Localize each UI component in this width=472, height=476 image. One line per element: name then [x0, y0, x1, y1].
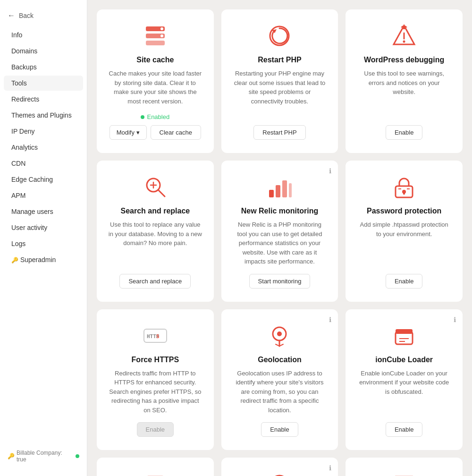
sidebar-item-themes-plugins[interactable]: Themes and Plugins — [4, 108, 83, 123]
card-force-https: HTTP S Force HTTPS Redirects traffic fro… — [97, 309, 214, 450]
cookie-icon — [266, 471, 293, 476]
svg-point-8 — [403, 41, 405, 43]
search-replace-icon — [142, 174, 169, 200]
back-button[interactable]: ← Back — [0, 8, 87, 27]
card-set-cookie: ℹ Remove Set-Cookie headers Use this too… — [221, 458, 338, 476]
sidebar-item-label: Analytics — [11, 144, 38, 151]
card-title: Search and replace — [120, 207, 190, 215]
svg-rect-15 — [276, 185, 280, 197]
svg-rect-17 — [289, 183, 292, 197]
info-icon[interactable]: ℹ — [329, 464, 331, 472]
info-icon[interactable]: ℹ — [454, 316, 456, 323]
preview-icon — [391, 471, 417, 476]
card-desc: Redirects traffic from HTTP to HTTPS for… — [108, 369, 202, 415]
sidebar-item-info[interactable]: Info — [4, 27, 83, 42]
svg-point-4 — [160, 34, 163, 37]
sidebar-item-label: Backups — [11, 63, 37, 71]
sidebar-item-label: Superadmin — [20, 256, 56, 264]
card-desc: Restarting your PHP engine may clear out… — [233, 69, 327, 118]
card-actions: Enable — [261, 422, 298, 437]
sidebar-item-label: Manage users — [11, 208, 53, 215]
sidebar-item-label: IP Deny — [11, 128, 35, 135]
enable-button: Enable — [137, 422, 174, 437]
info-icon[interactable]: ℹ — [329, 316, 331, 323]
sidebar-nav: Info Domains Backups Tools Redirects The… — [0, 27, 87, 268]
back-label: Back — [19, 12, 34, 19]
sidebar-item-label: Domains — [11, 47, 37, 55]
search-replace-button[interactable]: Search and replace — [119, 274, 191, 289]
back-arrow-icon: ← — [8, 11, 15, 20]
svg-line-11 — [158, 190, 165, 196]
svg-text:S: S — [156, 333, 160, 340]
sidebar-item-edge-caching[interactable]: Edge Caching — [4, 172, 83, 187]
sidebar-item-label: Info — [11, 31, 22, 39]
sidebar-item-backups[interactable]: Backups — [4, 60, 83, 75]
wp-debug-icon — [391, 23, 417, 49]
ioncube-icon — [391, 323, 417, 349]
card-ioncube: ℹ ionCube Loader Enable ionCube Loader o… — [346, 309, 463, 450]
card-site-cache: Site cache Cache makes your site load fa… — [97, 9, 214, 153]
card-title: Password protection — [367, 207, 441, 215]
key-icon: 🔑 — [11, 257, 18, 264]
card-site-preview: Site Preview⚠ Enable Site Preview to tes… — [346, 458, 463, 476]
key-icon-footer: 🔑 — [8, 453, 15, 459]
card-actions: Enable — [386, 125, 422, 140]
card-search-replace: Search and replace Use this tool to repl… — [97, 161, 214, 302]
card-title: Restart PHP — [258, 56, 301, 64]
start-monitoring-button[interactable]: Start monitoring — [249, 274, 311, 289]
info-icon[interactable]: ℹ — [329, 167, 331, 175]
svg-rect-29 — [396, 329, 413, 334]
enable-button[interactable]: Enable — [386, 274, 422, 289]
php-restart-icon — [266, 23, 293, 49]
enable-button[interactable]: Enable — [386, 125, 422, 140]
password-icon — [391, 174, 417, 200]
enable-button[interactable]: Enable — [261, 422, 298, 437]
card-new-relic: ℹ New Relic monitoring New Relic is a PH… — [221, 161, 338, 302]
sidebar-item-apm[interactable]: APM — [4, 188, 83, 203]
card-actions: Restart PHP — [253, 125, 305, 140]
sidebar-item-analytics[interactable]: Analytics — [4, 140, 83, 155]
sidebar-item-logs[interactable]: Logs — [4, 236, 83, 251]
card-password: Password protection Add simple .htpasswd… — [346, 161, 463, 302]
monitoring-icon — [266, 174, 293, 200]
sidebar-item-user-activity[interactable]: User activity — [4, 220, 83, 235]
tools-grid: Site cache Cache makes your site load fa… — [97, 9, 463, 476]
card-desc: Use this tool to replace any value in yo… — [108, 220, 202, 266]
svg-point-3 — [160, 27, 163, 30]
sidebar-item-label: Redirects — [11, 95, 39, 103]
card-desc: Enable ionCube Loader on your environmen… — [357, 369, 451, 415]
sidebar-item-superadmin[interactable]: 🔑 Superadmin — [4, 252, 83, 267]
sidebar-item-cdn[interactable]: CDN — [4, 156, 83, 171]
sidebar-item-redirects[interactable]: Redirects — [4, 92, 83, 107]
sidebar-item-label: Logs — [11, 240, 25, 247]
sidebar-item-ip-deny[interactable]: IP Deny — [4, 124, 83, 139]
card-desc: Add simple .htpasswd protection to your … — [357, 220, 451, 266]
sidebar-item-domains[interactable]: Domains — [4, 43, 83, 59]
clear-cache-button[interactable]: Clear cache — [151, 125, 201, 140]
card-actions: Start monitoring — [249, 274, 311, 289]
card-desc: Cache makes your site load faster by sto… — [108, 69, 202, 106]
card-title: Force HTTPS — [132, 356, 179, 364]
status-dot — [141, 115, 144, 119]
sidebar-item-manage-users[interactable]: Manage users — [4, 204, 83, 219]
restart-php-button[interactable]: Restart PHP — [253, 125, 305, 140]
modify-button[interactable]: Modify ▾ — [110, 125, 147, 140]
main-content: Site cache Cache makes your site load fa… — [87, 0, 472, 476]
card-actions: Search and replace — [119, 274, 191, 289]
sidebar-item-label: CDN — [11, 160, 25, 167]
card-title: Geolocation — [258, 356, 301, 364]
card-actions: Enable — [386, 274, 422, 289]
card-restart-php: Restart PHP Restarting your PHP engine m… — [221, 9, 338, 153]
svg-rect-20 — [403, 192, 405, 195]
card-title: New Relic monitoring — [241, 207, 319, 215]
enable-button[interactable]: Enable — [386, 422, 422, 437]
sidebar-item-label: Edge Caching — [11, 176, 53, 183]
card-actions: Modify ▾ Clear cache — [110, 125, 201, 140]
sidebar-item-label: User activity — [11, 224, 47, 231]
card-title: ionCube Loader — [375, 356, 433, 364]
card-actions: Enable — [137, 422, 174, 437]
status-label: Enabled — [147, 113, 169, 120]
card-php-engine: </> PHP engine Use these controls to swi… — [97, 458, 214, 476]
sidebar-item-tools[interactable]: Tools — [4, 76, 83, 91]
sidebar-item-label: APM — [11, 192, 25, 199]
